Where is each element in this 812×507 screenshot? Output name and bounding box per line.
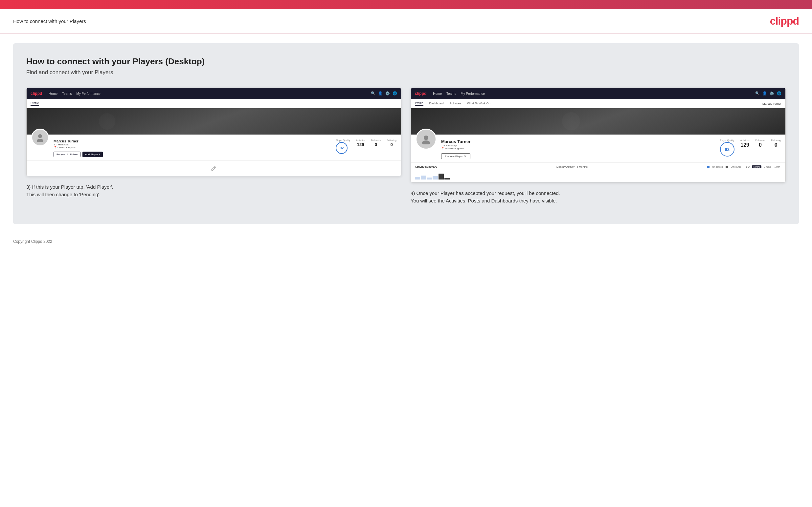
off-course-label: Off course [731, 166, 742, 168]
top-bar [0, 0, 812, 9]
caption-line2-right: You will see the Activities, Posts and D… [411, 198, 557, 204]
follow-button-left[interactable]: Request to Follow [54, 152, 81, 157]
activity-legend: On course Off course [707, 166, 741, 168]
followers-stat-right: Followers 0 [755, 139, 765, 148]
clippd-logo: clippd [770, 15, 799, 27]
player-location-left: 📍 United Kingdom [54, 146, 331, 149]
breadcrumb: How to connect with your Players [13, 18, 86, 24]
following-label-right: Following [771, 139, 781, 142]
chart-bar-4 [433, 176, 438, 179]
profile-section-left: Marcus Turner 1-5 Handicap 📍 United King… [27, 134, 401, 161]
caption-line1-left: 3) If this is your Player tap, 'Add Play… [26, 184, 113, 190]
profile-buttons-left: Request to Follow Add Player + [54, 152, 331, 157]
app-tabs-left: Profile [27, 99, 401, 108]
caption-line2-left: This will then change to 'Pending'. [26, 192, 101, 197]
hero-image-left [27, 108, 401, 134]
nav-my-performance-right[interactable]: My Performance [461, 92, 485, 96]
screenshot-right-col: clippd Home Teams My Performance 🔍 👤 ⚙️ … [411, 88, 786, 208]
settings-icon-left[interactable]: ⚙️ [385, 91, 390, 96]
remove-player-label: Remove Player [445, 155, 463, 158]
tab-activities-right[interactable]: Activities [450, 102, 461, 106]
quality-label-right: Player Quality [720, 139, 734, 142]
hero-image-right [411, 108, 785, 134]
remove-x-icon: ✕ [464, 155, 467, 158]
nav-teams-left[interactable]: Teams [62, 92, 71, 96]
on-course-label: On course [712, 166, 723, 168]
avatar-wrap-left [31, 129, 49, 146]
activities-value-left: 129 [356, 142, 365, 147]
app-nav-left: clippd Home Teams My Performance 🔍 👤 ⚙️ … [27, 88, 401, 99]
edit-icon [210, 165, 217, 172]
location-pin-icon-right: 📍 [441, 147, 445, 150]
screenshots-row: clippd Home Teams My Performance 🔍 👤 ⚙️ … [26, 88, 786, 208]
page-title: How to connect with your Players (Deskto… [26, 56, 786, 67]
tab-profile-left[interactable]: Profile [31, 101, 39, 106]
filter-1yr[interactable]: 1 yr [745, 165, 751, 168]
globe-icon-left[interactable]: 🌐 [393, 91, 397, 96]
copyright-text: Copyright Clippd 2022 [13, 239, 52, 244]
svg-point-1 [37, 139, 43, 142]
user-icon-right[interactable]: 👤 [762, 91, 767, 96]
followers-label-left: Followers [371, 139, 381, 142]
profile-buttons-right: Remove Player ✕ [441, 153, 715, 159]
avatar-left [31, 129, 49, 146]
quality-value-right: 92 [725, 147, 729, 152]
screenshot-bottom-left [27, 161, 401, 176]
page-subtitle: Find and connect with your Players [26, 69, 786, 76]
nav-my-performance-left[interactable]: My Performance [76, 92, 100, 96]
globe-icon-right[interactable]: 🌐 [777, 91, 781, 96]
player-name-right: Marcus Turner [441, 139, 715, 144]
followers-value-right: 0 [755, 142, 765, 148]
tab-profile-right[interactable]: Profile [415, 101, 423, 106]
hero-overlay [27, 108, 401, 134]
app-logo-right: clippd [415, 91, 426, 96]
user-icon-left[interactable]: 👤 [378, 91, 383, 96]
chart-bar-6 [445, 178, 450, 179]
location-text-left: United Kingdom [57, 146, 76, 149]
nav-home-left[interactable]: Home [49, 92, 57, 96]
chart-bar-1 [415, 177, 420, 179]
chart-area [415, 170, 781, 179]
quality-stat-right: Player Quality 92 [720, 139, 734, 157]
off-course-dot [726, 166, 728, 168]
nav-right-left: 🔍 👤 ⚙️ 🌐 [371, 91, 397, 96]
hero-overlay-right [411, 108, 785, 134]
profile-stats-right: Player Quality 92 Activities 129 Followe… [720, 138, 781, 157]
activity-header: Activity Summary Monthly Activity · 6 Mo… [415, 165, 781, 168]
tab-what-to-work-on-right[interactable]: What To Work On [467, 102, 491, 106]
caption-area-right: 4) Once your Player has accepted your re… [411, 182, 786, 208]
profile-stats-left: Player Quality 92 Activities 129 Followe… [336, 138, 397, 154]
edit-icon-area [31, 163, 397, 173]
svg-point-3 [422, 140, 430, 145]
filter-6mths[interactable]: 6 mths [752, 165, 761, 168]
followers-value-left: 0 [371, 142, 381, 147]
app-tabs-right: Profile Dashboard Activities What To Wor… [411, 99, 785, 108]
profile-info-right: Marcus Turner 1-5 Handicap 📍 United King… [441, 138, 715, 159]
search-icon-right[interactable]: 🔍 [755, 91, 760, 96]
quality-circle-left: 92 [336, 142, 348, 154]
avatar-wrap-right [415, 129, 437, 150]
settings-icon-right[interactable]: ⚙️ [770, 91, 774, 96]
remove-player-button[interactable]: Remove Player ✕ [441, 153, 470, 159]
tab-user-right: Marcus Turner [762, 102, 781, 105]
nav-home-right[interactable]: Home [433, 92, 442, 96]
app-nav-right: clippd Home Teams My Performance 🔍 👤 ⚙️ … [411, 88, 785, 99]
filter-3mths[interactable]: 3 mths [762, 165, 772, 168]
screenshot-right: clippd Home Teams My Performance 🔍 👤 ⚙️ … [411, 88, 786, 182]
following-value-left: 0 [387, 142, 397, 147]
activities-stat-right: Activities 129 [741, 139, 750, 148]
chart-bar-5 [439, 174, 444, 179]
caption-area-left: 3) If this is your Player tap, 'Add Play… [26, 176, 401, 202]
following-stat-right: Following 0 [771, 139, 781, 148]
search-icon-left[interactable]: 🔍 [371, 91, 375, 96]
quality-stat-left: Player Quality 92 [336, 139, 350, 154]
filter-1mth[interactable]: 1 mth [773, 165, 781, 168]
add-player-button-left[interactable]: Add Player + [83, 152, 103, 157]
tab-dashboard-right[interactable]: Dashboard [429, 102, 444, 106]
activity-title: Activity Summary [415, 165, 437, 168]
location-pin-icon: 📍 [54, 146, 57, 149]
quality-label-left: Player Quality [336, 139, 350, 142]
location-text-right: United Kingdom [445, 147, 464, 150]
svg-point-0 [38, 134, 42, 138]
nav-teams-right[interactable]: Teams [446, 92, 456, 96]
